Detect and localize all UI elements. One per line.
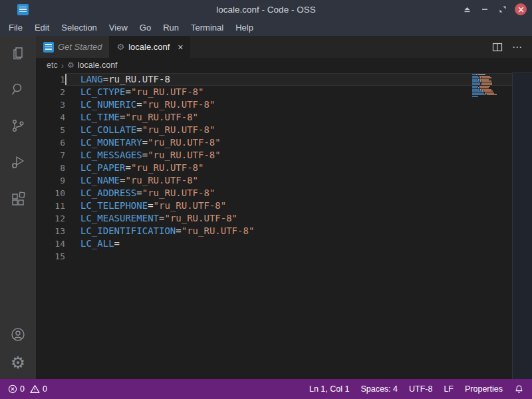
shade-window-button[interactable] — [461, 3, 473, 15]
menu-terminal[interactable]: Terminal — [185, 21, 229, 35]
breadcrumb-file[interactable]: locale.conf — [78, 61, 118, 70]
menu-help[interactable]: Help — [229, 21, 259, 35]
error-icon — [8, 384, 17, 394]
text-cursor — [65, 74, 66, 85]
code-line[interactable]: 15 — [36, 250, 512, 263]
account-icon[interactable] — [9, 326, 27, 343]
line-number: 6 — [36, 136, 65, 149]
line-number: 11 — [36, 200, 65, 212]
extensions-icon[interactable] — [9, 190, 27, 207]
line-number: 4 — [36, 111, 65, 124]
tab-close-icon[interactable]: × — [178, 43, 183, 52]
language-mode[interactable]: Properties — [465, 384, 503, 394]
tab-get-started[interactable]: Get Started — [36, 36, 109, 58]
code-line[interactable]: 5LC_COLLATE="ru_RU.UTF-8" — [36, 124, 512, 136]
line-content: LC_TELEPHONE="ru_RU.UTF-8" — [65, 200, 512, 212]
code-line[interactable]: 11LC_TELEPHONE="ru_RU.UTF-8" — [36, 200, 512, 212]
run-and-debug-icon[interactable] — [9, 154, 27, 171]
notifications-bell-icon[interactable] — [514, 384, 524, 394]
line-number: 5 — [36, 124, 65, 136]
split-editor-icon[interactable] — [492, 42, 503, 53]
error-count: 0 — [20, 384, 25, 394]
code-line[interactable]: 2LC_CTYPE="ru_RU.UTF-8" — [36, 86, 512, 98]
code-line[interactable]: 13LC_IDENTIFICATION="ru_RU.UTF-8" — [36, 225, 512, 237]
problems-indicator[interactable]: 0 0 — [8, 384, 47, 394]
tab-bar: Get Started ⚙ locale.conf × ⋯ — [36, 36, 532, 58]
code-line[interactable]: 3LC_NUMERIC="ru_RU.UTF-8" — [36, 98, 512, 111]
activity-bar: ⚙ — [0, 36, 36, 379]
line-number: 7 — [36, 149, 65, 162]
menu-view[interactable]: View — [103, 21, 134, 35]
conf-file-gear-icon: ⚙ — [116, 43, 124, 51]
code-line[interactable]: 12LC_MEASUREMENT="ru_RU.UTF-8" — [36, 212, 512, 225]
menu-edit[interactable]: Edit — [29, 21, 55, 35]
breadcrumb-file-gear-icon: ⚙ — [67, 61, 74, 70]
cursor-position[interactable]: Ln 1, Col 1 — [309, 384, 349, 394]
line-number: 2 — [36, 86, 65, 98]
line-number: 3 — [36, 98, 65, 111]
line-number: 10 — [36, 187, 65, 200]
code-lines: 1LANG=ru_RU.UTF-82LC_CTYPE="ru_RU.UTF-8"… — [36, 72, 512, 263]
menu-bar: File Edit Selection View Go Run Terminal… — [0, 19, 532, 36]
editor-group: Get Started ⚙ locale.conf × ⋯ — [36, 36, 532, 379]
editor-actions: ⋯ — [483, 36, 532, 58]
indentation[interactable]: Spaces: 4 — [360, 384, 398, 394]
code-editor[interactable]: 1LANG=ru_RU.UTF-82LC_CTYPE="ru_RU.UTF-8"… — [36, 72, 532, 379]
close-window-button[interactable] — [515, 3, 527, 15]
menu-file[interactable]: File — [3, 21, 29, 35]
vertical-scrollbar[interactable] — [512, 72, 532, 379]
settings-gear-icon[interactable]: ⚙ — [9, 354, 27, 371]
minimize-window-button[interactable] — [479, 3, 491, 15]
code-oss-logo-icon — [43, 42, 54, 53]
encoding[interactable]: UTF-8 — [409, 384, 432, 394]
tab-locale-conf[interactable]: ⚙ locale.conf × — [109, 36, 190, 58]
shade-icon — [463, 5, 471, 14]
code-line[interactable]: 4LC_TIME="ru_RU.UTF-8" — [36, 111, 512, 124]
eol-sequence[interactable]: LF — [444, 384, 454, 394]
restore-window-button[interactable] — [497, 3, 509, 15]
line-number: 1 — [36, 73, 65, 86]
line-number: 14 — [36, 237, 65, 250]
window-title: locale.conf - Code - OSS — [0, 5, 532, 15]
code-line[interactable]: 7LC_MESSAGES="ru_RU.UTF-8" — [36, 149, 512, 162]
line-number: 13 — [36, 225, 65, 237]
code-line[interactable]: 8LC_PAPER="ru_RU.UTF-8" — [36, 162, 512, 174]
code-line[interactable]: 1LANG=ru_RU.UTF-8 — [36, 73, 512, 86]
line-content: LANG=ru_RU.UTF-8 — [65, 73, 512, 86]
close-icon — [518, 7, 524, 13]
line-number: 15 — [36, 250, 65, 263]
menu-run[interactable]: Run — [157, 21, 185, 35]
source-control-icon[interactable] — [9, 117, 27, 134]
code-line[interactable]: 14LC_ALL= — [36, 237, 512, 250]
main-area: ⚙ Get Started ⚙ locale.conf × — [0, 36, 532, 379]
app-logo-icon — [17, 4, 29, 15]
menu-go[interactable]: Go — [134, 21, 157, 35]
line-content: LC_IDENTIFICATION="ru_RU.UTF-8" — [65, 225, 512, 237]
minimap-line — [472, 97, 499, 98]
menu-selection[interactable]: Selection — [55, 21, 102, 35]
line-content: LC_ADDRESS="ru_RU.UTF-8" — [65, 187, 512, 200]
minimap[interactable] — [472, 74, 499, 99]
code-line[interactable]: 10LC_ADDRESS="ru_RU.UTF-8" — [36, 187, 512, 200]
line-number: 8 — [36, 162, 65, 174]
explorer-icon[interactable] — [9, 44, 27, 61]
line-content: LC_COLLATE="ru_RU.UTF-8" — [65, 124, 512, 136]
vscode-window: locale.conf - Code - OSS — [0, 0, 532, 399]
line-content: LC_ALL= — [65, 237, 512, 250]
code-line[interactable]: 6LC_MONETARY="ru_RU.UTF-8" — [36, 136, 512, 149]
more-actions-icon[interactable]: ⋯ — [512, 41, 523, 53]
code-line[interactable]: 9LC_NAME="ru_RU.UTF-8" — [36, 174, 512, 187]
line-content — [65, 250, 512, 263]
line-content: LC_NUMERIC="ru_RU.UTF-8" — [65, 98, 512, 111]
title-bar: locale.conf - Code - OSS — [0, 0, 532, 19]
status-bar: 0 0 Ln 1, Col 1 Spaces: 4 UTF-8 LF Prope… — [0, 379, 532, 399]
restore-icon — [499, 5, 507, 13]
line-content: LC_MEASUREMENT="ru_RU.UTF-8" — [65, 212, 512, 225]
search-icon[interactable] — [9, 80, 27, 98]
minimize-icon — [481, 5, 489, 13]
breadcrumb-folder[interactable]: etc — [47, 61, 58, 70]
line-content: LC_TIME="ru_RU.UTF-8" — [65, 111, 512, 124]
breadcrumb-separator-icon: › — [61, 61, 64, 70]
line-content: LC_CTYPE="ru_RU.UTF-8" — [65, 86, 512, 98]
line-content: LC_MESSAGES="ru_RU.UTF-8" — [65, 149, 512, 162]
